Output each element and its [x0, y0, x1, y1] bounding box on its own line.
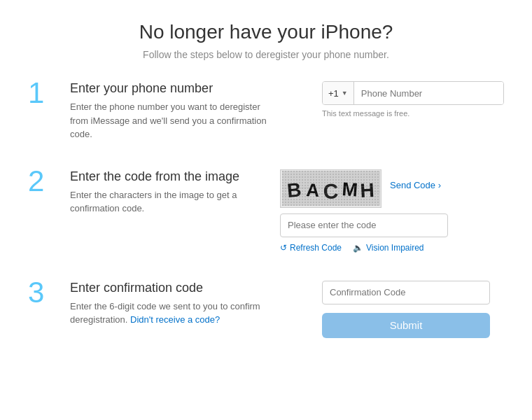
phone-number-input[interactable] [354, 82, 503, 104]
confirmation-code-input[interactable] [322, 281, 490, 304]
captcha-actions: ↺ Refresh Code 🔈 Vision Impaired [280, 243, 504, 253]
step-3-number: 3 [28, 278, 63, 307]
didnt-receive-code-link[interactable]: Didn't receive a code? [130, 314, 220, 325]
vision-impaired-link[interactable]: 🔈 Vision Impaired [353, 243, 424, 253]
step-1-content: Enter your phone number Enter the phone … [63, 81, 308, 141]
svg-text:M: M [341, 178, 358, 200]
svg-text:B: B [286, 178, 302, 202]
country-code-value: +1 [328, 88, 339, 99]
step-3-content: Enter confirmation code Enter the 6-digi… [63, 281, 308, 327]
captcha-input[interactable] [280, 214, 448, 237]
step-2-content: Enter the code from the image Enter the … [63, 169, 273, 216]
step-2-heading: Enter the code from the image [70, 169, 273, 184]
refresh-code-label: Refresh Code [290, 243, 342, 253]
step-2: 2 Enter the code from the image Enter th… [28, 169, 504, 260]
step-3-control: Submit [322, 281, 504, 338]
step-1-heading: Enter your phone number [70, 81, 308, 96]
step-2-control: B A C M H Send Code › ↺ [280, 169, 504, 253]
send-code-link[interactable]: Send Code › [390, 180, 441, 190]
svg-text:A: A [305, 179, 320, 201]
audio-icon: 🔈 [353, 243, 363, 253]
step-1-control: +1 ▼ This text message is free. [322, 81, 504, 118]
captcha-input-wrapper [280, 214, 504, 237]
refresh-icon: ↺ [280, 243, 287, 253]
chevron-down-icon: ▼ [342, 90, 348, 97]
svg-text:H: H [359, 179, 374, 202]
step-1: 1 Enter your phone number Enter the phon… [28, 81, 504, 148]
phone-note: This text message is free. [322, 109, 504, 118]
vision-impaired-label: Vision Impaired [366, 243, 424, 253]
submit-button[interactable]: Submit [322, 313, 490, 338]
step-2-desc: Enter the characters in the image to get… [70, 188, 273, 216]
step-3-heading: Enter confirmation code [70, 281, 308, 295]
captcha-image-box: B A C M H [280, 169, 382, 208]
step-3: 3 Enter confirmation code Enter the 6-di… [28, 281, 504, 345]
step-1-number: 1 [28, 78, 63, 108]
step-3-desc: Enter the 6-digit code we sent to you to… [70, 300, 273, 327]
page-subtitle: Follow the steps below to deregister you… [14, 49, 518, 60]
phone-input-group[interactable]: +1 ▼ [322, 81, 504, 105]
step-2-number: 2 [28, 167, 63, 196]
country-code-selector[interactable]: +1 ▼ [323, 82, 354, 104]
refresh-code-link[interactable]: ↺ Refresh Code [280, 243, 342, 253]
svg-text:C: C [323, 179, 339, 203]
page-title: No longer have your iPhone? [14, 21, 518, 43]
step-1-desc: Enter the phone number you want to dereg… [70, 100, 273, 141]
